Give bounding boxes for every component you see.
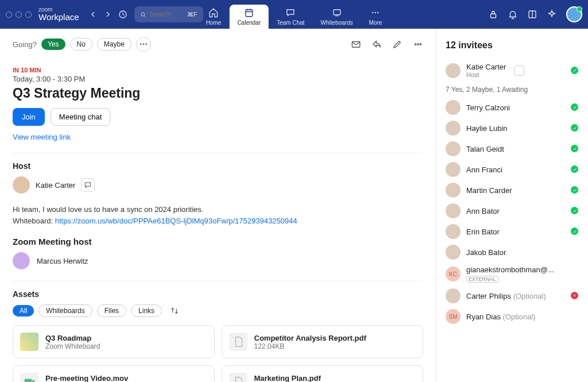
filter-files[interactable]: Files xyxy=(97,304,126,317)
invitee-host-row[interactable]: Katie Carter Host xyxy=(446,60,579,81)
more-icon[interactable] xyxy=(413,39,423,49)
search-shortcut: ⌘F xyxy=(187,11,198,18)
invitee-avatar: SM xyxy=(446,309,461,324)
status-no-icon xyxy=(571,292,579,300)
chat-host-button[interactable] xyxy=(81,178,95,192)
filter-links[interactable]: Links xyxy=(131,304,162,317)
status-maybe-icon xyxy=(571,248,579,256)
invitee-avatar xyxy=(446,203,461,218)
invitee-row[interactable]: Haylie Lubin xyxy=(446,118,579,138)
sort-icon[interactable] xyxy=(170,306,179,315)
asset-subtitle: 122.04KB xyxy=(254,342,366,350)
invitee-row[interactable]: Carter Philips (Optional) xyxy=(446,285,579,306)
svg-point-20 xyxy=(415,44,416,45)
meeting-chat-button[interactable]: Meeting chat xyxy=(51,108,110,126)
invitee-row[interactable]: SMRyan Dias (Optional) xyxy=(446,306,579,327)
status-yes-icon xyxy=(571,227,579,236)
invitee-row[interactable]: Terry Calzoni xyxy=(446,97,579,118)
bell-icon[interactable] xyxy=(508,9,518,20)
status-yes-icon xyxy=(571,207,579,215)
topbar: zoom Workplace ⌘F Home Calendar Team Cha… xyxy=(0,0,588,29)
invitee-row[interactable]: Ann Franci xyxy=(446,159,579,180)
zoom-host-avatar xyxy=(13,252,30,269)
asset-name: Competitor Analysis Report.pdf xyxy=(254,334,366,342)
lock-icon[interactable] xyxy=(488,9,498,20)
invitee-avatar xyxy=(446,162,461,177)
invitee-avatar xyxy=(446,100,461,115)
invitee-row[interactable]: Martin Carder xyxy=(446,180,579,200)
tab-calendar[interactable]: Calendar xyxy=(229,5,269,29)
status-yes-icon xyxy=(571,67,578,74)
tab-more[interactable]: More xyxy=(361,5,390,29)
profile-avatar[interactable] xyxy=(566,6,582,22)
invitee-avatar xyxy=(446,224,461,239)
asset-item[interactable]: Competitor Analysis Report.pdf 122.04KB xyxy=(222,325,424,358)
rsvp-more-button[interactable] xyxy=(136,37,151,52)
rsvp-no[interactable]: No xyxy=(70,38,92,51)
description-text: Hi team, I would love us to have a sync … xyxy=(13,205,203,214)
invitee-avatar xyxy=(446,63,461,78)
asset-item[interactable]: Marketing Plan.pdf Emerson George, today… xyxy=(222,365,424,382)
svg-rect-23 xyxy=(25,379,32,383)
rsvp-yes[interactable]: Yes xyxy=(41,38,65,50)
edit-icon[interactable] xyxy=(392,39,403,49)
back-icon[interactable] xyxy=(88,10,98,19)
whiteboard-thumb-icon xyxy=(20,333,38,351)
filter-all[interactable]: All xyxy=(13,305,34,317)
asset-item[interactable]: Pre-meeting Video.mov Erin Gouse, today … xyxy=(13,365,215,382)
brand-product: Workplace xyxy=(38,13,79,22)
svg-rect-3 xyxy=(246,10,253,17)
contacts-icon[interactable] xyxy=(527,9,537,20)
svg-rect-7 xyxy=(333,10,340,15)
invitees-panel: 12 invitees Katie Carter Host 7 Yes, 2 M… xyxy=(436,29,588,382)
forward-icon[interactable] xyxy=(103,10,113,19)
invitee-row[interactable]: KCgianaekstrombothman@... EXTERNAL xyxy=(446,263,579,285)
svg-rect-13 xyxy=(491,14,496,18)
nav-arrows xyxy=(88,10,113,19)
window-controls[interactable] xyxy=(6,11,32,18)
svg-point-10 xyxy=(372,12,373,13)
join-button[interactable]: Join xyxy=(13,108,45,126)
tab-team-chat[interactable]: Team Chat xyxy=(269,5,312,29)
optional-label: (Optional) xyxy=(503,312,536,321)
history-icon[interactable] xyxy=(118,10,127,19)
search-box[interactable]: ⌘F xyxy=(134,6,203,22)
status-yes-icon xyxy=(571,145,579,153)
svg-point-11 xyxy=(375,12,376,13)
whiteboard-link[interactable]: https://zoom.us/wb/doc/PPPAe61BQS-ljDlMq… xyxy=(55,217,297,225)
brand: zoom Workplace xyxy=(38,6,79,22)
search-input[interactable] xyxy=(149,10,184,18)
status-yes-icon xyxy=(571,186,579,194)
search-icon xyxy=(140,11,146,18)
svg-point-18 xyxy=(145,44,147,45)
invitee-name: Ann Bator xyxy=(466,207,500,215)
rsvp-maybe[interactable]: Maybe xyxy=(97,38,131,51)
brand-name: zoom xyxy=(38,6,79,13)
status-yes-icon xyxy=(571,165,579,173)
invitee-row[interactable]: Talan Geidt xyxy=(446,138,579,159)
ai-icon[interactable] xyxy=(547,9,557,20)
tab-whiteboards[interactable]: Whiteboards xyxy=(312,5,361,29)
video-thumb-icon xyxy=(20,373,38,382)
tab-label: More xyxy=(369,20,382,26)
svg-point-12 xyxy=(377,12,378,13)
host-name: Katie Carter xyxy=(36,181,75,190)
assets-filters: All Whiteboards Files Links xyxy=(13,304,423,317)
invitee-row[interactable]: Ann Bator xyxy=(446,200,579,221)
share-icon[interactable] xyxy=(372,39,382,49)
filter-whiteboards[interactable]: Whiteboards xyxy=(38,304,92,317)
tab-home[interactable]: Home xyxy=(198,5,230,29)
mail-icon[interactable] xyxy=(351,39,361,49)
host-checkbox[interactable] xyxy=(514,65,524,76)
view-meeting-link[interactable]: View meeting link xyxy=(13,133,71,141)
divider xyxy=(13,281,423,281)
asset-item[interactable]: Q3 Roadmap Zoom Whiteboard xyxy=(13,325,215,358)
svg-point-21 xyxy=(417,44,419,45)
invitee-name: Jakob Bator xyxy=(466,248,506,257)
going-label: Going? xyxy=(13,40,37,49)
invitee-row[interactable]: Erin Bator xyxy=(446,221,579,242)
invitee-avatar xyxy=(446,141,461,156)
invitee-row[interactable]: Jakob Bator xyxy=(446,242,579,263)
asset-name: Q3 Roadmap xyxy=(45,334,100,342)
svg-marker-24 xyxy=(32,379,35,382)
